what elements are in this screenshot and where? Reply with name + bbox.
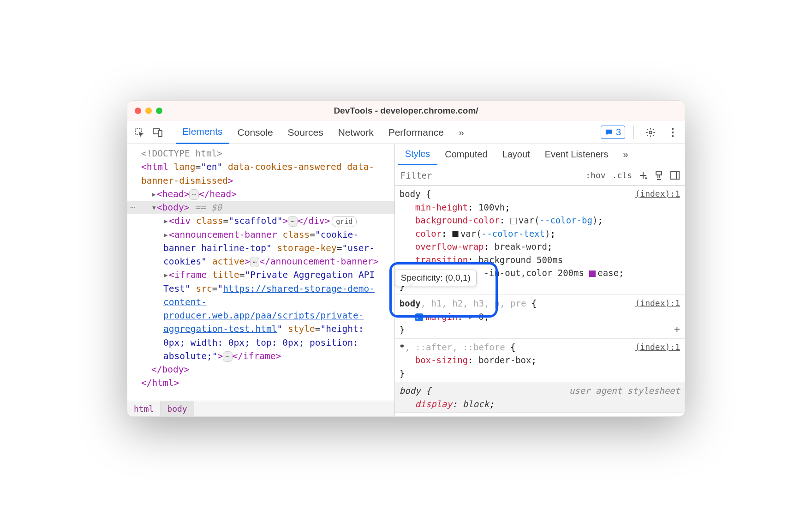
- ellipsis-icon[interactable]: ⋯: [189, 189, 198, 200]
- breadcrumb: html body: [127, 401, 394, 416]
- issues-count: 3: [616, 127, 621, 138]
- breadcrumb-html[interactable]: html: [127, 401, 161, 416]
- tab-console[interactable]: Console: [231, 121, 280, 144]
- subtab-layout[interactable]: Layout: [495, 144, 537, 165]
- separator: [171, 126, 171, 139]
- dom-selected-body[interactable]: ▾<body> == $0: [127, 201, 394, 214]
- source-link[interactable]: (index):1: [635, 187, 680, 200]
- devtools-window: DevTools - developer.chrome.com/ Element…: [127, 100, 685, 417]
- cls-toggle[interactable]: .cls: [612, 170, 632, 180]
- more-menu-icon[interactable]: [664, 124, 681, 141]
- filter-input[interactable]: [395, 170, 581, 180]
- svg-rect-2: [158, 131, 162, 137]
- ellipsis-icon[interactable]: ⋯: [288, 216, 297, 227]
- styles-pane: Styles Computed Layout Event Listeners »…: [395, 144, 685, 416]
- split-panes: <!DOCTYPE html> <html lang="en" data-coo…: [127, 144, 685, 416]
- subtab-more[interactable]: »: [616, 144, 636, 165]
- tab-sources[interactable]: Sources: [281, 121, 330, 144]
- bezier-swatch[interactable]: [589, 271, 596, 277]
- color-swatch[interactable]: [510, 218, 517, 224]
- style-rule-universal[interactable]: *, ::after, ::before { (index):1 box-siz…: [395, 339, 685, 383]
- specificity-tooltip: Specificity: (0,0,1): [395, 270, 477, 286]
- device-toggle-icon[interactable]: [149, 124, 166, 141]
- tooltip-text: Specificity: (0,0,1): [401, 273, 471, 283]
- prop-checkbox[interactable]: [415, 313, 423, 321]
- tab-performance[interactable]: Performance: [382, 121, 450, 144]
- separator: [633, 126, 634, 139]
- source-link[interactable]: (index):1: [635, 341, 680, 353]
- ellipsis-icon[interactable]: ⋯: [250, 257, 259, 267]
- tab-elements[interactable]: Elements: [176, 121, 229, 144]
- style-rule-body-group[interactable]: body, h1, h2, h3, p, pre { (index):1 mar…: [395, 295, 685, 339]
- svg-point-6: [672, 135, 674, 137]
- grid-badge[interactable]: grid: [332, 216, 357, 228]
- settings-icon[interactable]: [642, 124, 659, 141]
- svg-point-4: [672, 127, 674, 129]
- breadcrumb-body[interactable]: body: [161, 401, 194, 416]
- style-rule-ua: body { user agent stylesheet display: bl…: [395, 382, 685, 413]
- subtab-event-listeners[interactable]: Event Listeners: [537, 144, 616, 165]
- subtab-computed[interactable]: Computed: [437, 144, 495, 165]
- ua-stylesheet-label: user agent stylesheet: [569, 384, 680, 397]
- titlebar: DevTools - developer.chrome.com/: [127, 101, 685, 121]
- main-toolbar: Elements Console Sources Network Perform…: [127, 121, 685, 144]
- dom-tree[interactable]: <!DOCTYPE html> <html lang="en" data-coo…: [127, 144, 394, 401]
- inspect-icon[interactable]: [131, 124, 148, 141]
- svg-rect-7: [656, 171, 662, 175]
- brush-icon[interactable]: [654, 170, 663, 180]
- svg-point-3: [649, 131, 652, 134]
- issues-badge[interactable]: 3: [601, 126, 625, 139]
- selector: body {: [400, 189, 431, 199]
- add-property-icon[interactable]: +: [674, 321, 680, 337]
- issues-icon: [605, 129, 613, 136]
- tab-more[interactable]: »: [452, 121, 471, 144]
- styles-subtabs: Styles Computed Layout Event Listeners »: [395, 144, 685, 165]
- hov-toggle[interactable]: :hov: [585, 170, 605, 180]
- doctype: <!DOCTYPE html>: [141, 148, 222, 159]
- selector: body: [400, 298, 421, 308]
- source-link[interactable]: (index):1: [635, 297, 680, 309]
- svg-rect-8: [671, 172, 679, 179]
- subtab-styles[interactable]: Styles: [398, 144, 437, 165]
- styles-rules: body { (index):1 min-height: 100vh; back…: [395, 186, 685, 416]
- rule-close: }: [400, 323, 680, 337]
- rule-close: }: [400, 367, 680, 380]
- side-panel-icon[interactable]: [670, 171, 680, 180]
- ellipsis-icon[interactable]: ⋯: [223, 351, 232, 362]
- tab-network[interactable]: Network: [332, 121, 380, 144]
- svg-point-5: [672, 131, 674, 133]
- color-swatch[interactable]: [452, 231, 459, 237]
- filter-bar: :hov .cls: [395, 165, 685, 186]
- elements-pane: <!DOCTYPE html> <html lang="en" data-coo…: [127, 144, 395, 416]
- window-title: DevTools - developer.chrome.com/: [127, 106, 685, 116]
- new-rule-icon[interactable]: [639, 171, 648, 180]
